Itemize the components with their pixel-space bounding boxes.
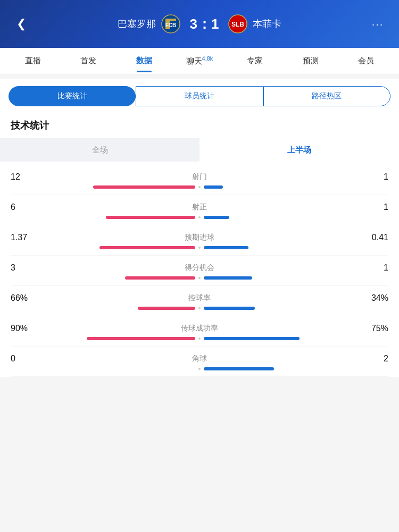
left-bar-wrap bbox=[11, 246, 195, 249]
stat-label: 控球率 bbox=[188, 293, 211, 303]
left-bar bbox=[99, 246, 195, 249]
stat-label: 得分机会 bbox=[185, 263, 214, 273]
tab-lineup[interactable]: 首发 bbox=[61, 49, 116, 72]
half-tabs: 全场 上半场 bbox=[0, 138, 399, 162]
left-bar-wrap bbox=[11, 367, 195, 370]
stat-label: 预期进球 bbox=[185, 233, 214, 242]
left-bar bbox=[106, 216, 195, 219]
subtab-heatmap[interactable]: 路径热区 bbox=[263, 86, 390, 106]
stat-row: 6 射正 1 bbox=[11, 195, 388, 225]
right-bar-wrap bbox=[204, 276, 388, 280]
stat-left-value: 6 bbox=[11, 202, 43, 212]
home-team-name: 巴塞罗那 bbox=[118, 18, 156, 30]
left-bar bbox=[138, 307, 195, 310]
sub-tabs: 比赛统计 球员统计 路径热区 bbox=[0, 79, 399, 114]
stat-row: 66% 控球率 34% bbox=[11, 286, 388, 316]
stat-numbers: 66% 控球率 34% bbox=[11, 293, 388, 303]
nav-tabs: 直播 首发 数据 聊天4.8k 专家 预测 会员 bbox=[0, 48, 399, 74]
tab-predict[interactable]: 预测 bbox=[282, 49, 338, 72]
bar-divider bbox=[198, 186, 201, 188]
right-bar-wrap bbox=[204, 367, 388, 370]
stat-right-value: 2 bbox=[356, 354, 388, 364]
right-bar-wrap bbox=[204, 216, 388, 219]
stat-numbers: 1.37 预期进球 0.41 bbox=[11, 233, 388, 242]
stat-left-value: 12 bbox=[11, 172, 43, 182]
stat-row: 12 射门 1 bbox=[11, 165, 388, 195]
bar-divider bbox=[198, 247, 201, 249]
right-bar-wrap bbox=[204, 246, 388, 249]
stat-label: 角球 bbox=[192, 354, 207, 364]
half-tab-first[interactable]: 上半场 bbox=[200, 138, 399, 162]
stat-bars bbox=[11, 276, 388, 280]
stat-numbers: 90% 传球成功率 75% bbox=[11, 324, 388, 333]
tab-chat[interactable]: 聊天4.8k bbox=[172, 49, 227, 73]
subtab-player-stats[interactable]: 球员统计 bbox=[136, 86, 263, 106]
left-bar-wrap bbox=[11, 185, 195, 189]
stat-numbers: 6 射正 1 bbox=[11, 202, 388, 212]
right-bar-wrap bbox=[204, 185, 388, 189]
stat-row: 90% 传球成功率 75% bbox=[11, 316, 388, 347]
stat-right-value: 1 bbox=[356, 172, 388, 182]
match-info: 巴塞罗那 FCB 3：1 SLB 本菲卡 bbox=[32, 14, 367, 33]
stat-bars bbox=[11, 367, 388, 371]
bar-divider bbox=[198, 307, 201, 309]
right-bar bbox=[204, 185, 223, 189]
match-score: 3：1 bbox=[190, 15, 219, 33]
half-tab-full[interactable]: 全场 bbox=[0, 138, 200, 162]
left-bar-wrap bbox=[11, 307, 195, 310]
stat-numbers: 0 角球 2 bbox=[11, 354, 388, 364]
stat-right-value: 0.41 bbox=[356, 233, 388, 242]
stat-label: 射正 bbox=[192, 202, 207, 212]
stat-left-value: 1.37 bbox=[11, 233, 43, 242]
section-title: 技术统计 bbox=[0, 114, 399, 135]
right-bar bbox=[204, 246, 248, 249]
more-button[interactable]: ··· bbox=[367, 18, 388, 30]
right-bar-wrap bbox=[204, 307, 388, 310]
right-bar-wrap bbox=[204, 337, 388, 340]
stat-numbers: 12 射门 1 bbox=[11, 172, 388, 182]
right-bar bbox=[204, 337, 300, 340]
bar-divider bbox=[198, 368, 201, 370]
away-team-name: 本菲卡 bbox=[253, 18, 281, 30]
bar-divider bbox=[198, 337, 201, 340]
right-bar bbox=[204, 367, 274, 370]
stat-bars bbox=[11, 246, 388, 250]
tab-live[interactable]: 直播 bbox=[5, 49, 61, 72]
right-bar bbox=[204, 276, 252, 280]
stat-label: 射门 bbox=[192, 172, 207, 182]
right-bar bbox=[204, 216, 229, 219]
stat-left-value: 90% bbox=[11, 324, 43, 333]
tab-expert[interactable]: 专家 bbox=[227, 49, 282, 72]
stat-right-value: 75% bbox=[356, 324, 388, 333]
tab-data[interactable]: 数据 bbox=[117, 49, 172, 72]
stat-right-value: 34% bbox=[356, 293, 388, 303]
stat-row: 1.37 预期进球 0.41 bbox=[11, 225, 388, 256]
stat-row: 3 得分机会 1 bbox=[11, 256, 388, 286]
subtab-match-stats[interactable]: 比赛统计 bbox=[9, 86, 136, 106]
stat-left-value: 3 bbox=[11, 263, 43, 273]
bar-divider bbox=[198, 216, 201, 218]
bar-divider bbox=[198, 277, 201, 279]
stat-left-value: 66% bbox=[11, 293, 43, 303]
content-area: 比赛统计 球员统计 路径热区 技术统计 全场 上半场 12 射门 1 6 射正 bbox=[0, 79, 399, 377]
left-bar-wrap bbox=[11, 216, 195, 219]
stat-row: 0 角球 2 bbox=[11, 347, 388, 377]
back-button[interactable]: ❮ bbox=[11, 17, 32, 31]
stat-bars bbox=[11, 215, 388, 219]
tab-member[interactable]: 会员 bbox=[338, 49, 394, 72]
stat-bars bbox=[11, 336, 388, 341]
svg-text:FCB: FCB bbox=[165, 22, 176, 28]
stats-container: 12 射门 1 6 射正 1 bbox=[0, 165, 399, 377]
stat-right-value: 1 bbox=[356, 202, 388, 212]
stat-numbers: 3 得分机会 1 bbox=[11, 263, 388, 273]
stat-label: 传球成功率 bbox=[181, 324, 218, 333]
left-bar bbox=[93, 185, 195, 189]
left-bar bbox=[125, 276, 195, 280]
away-team-logo: SLB bbox=[228, 14, 247, 33]
svg-text:SLB: SLB bbox=[231, 21, 244, 28]
svg-rect-4 bbox=[165, 19, 176, 21]
stat-right-value: 1 bbox=[356, 263, 388, 273]
right-bar bbox=[204, 307, 255, 310]
left-bar bbox=[87, 337, 195, 340]
stat-bars bbox=[11, 306, 388, 310]
